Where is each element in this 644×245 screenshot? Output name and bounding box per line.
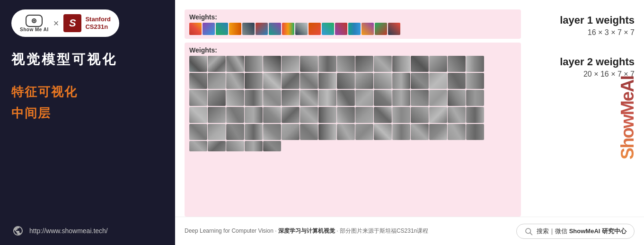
section-title-middle: 中间层 (11, 105, 164, 122)
wg-5-11 (374, 124, 392, 140)
showmeai-icon (26, 15, 43, 27)
weight-thumb-14 (362, 23, 374, 35)
wg-2-4 (245, 73, 263, 89)
weights-grid (189, 56, 516, 151)
wg-3-5 (263, 90, 281, 106)
wg-4-8 (318, 107, 336, 123)
section-title-features: 特征可视化 (11, 84, 164, 100)
wg-4-9 (337, 107, 355, 123)
weights-grid-row-5 (189, 124, 516, 140)
wg-6-3 (226, 141, 244, 151)
website-icon (11, 224, 25, 237)
search-icon (524, 227, 533, 236)
search-label-text: 搜索｜微信 (537, 228, 567, 235)
wg-3-11 (374, 90, 392, 106)
wg-1-16 (466, 56, 484, 72)
stanford-s-icon: S (63, 14, 81, 32)
wg-3-13 (411, 90, 429, 106)
wg-5-4 (245, 124, 263, 140)
weight-thumb-10 (309, 23, 321, 35)
showmeai-logo: Show Me AI (20, 15, 49, 32)
wg-5-7 (300, 124, 318, 140)
wg-1-13 (411, 56, 429, 72)
weights-label-1: Weights: (189, 13, 516, 21)
weight-thumb-4 (229, 23, 241, 35)
weight-thumb-12 (335, 23, 347, 35)
wg-1-7 (300, 56, 318, 72)
wg-3-6 (282, 90, 300, 106)
wg-1-4 (245, 56, 263, 72)
wg-2-9 (337, 73, 355, 89)
weights-grid-row-6 (189, 141, 516, 151)
wg-4-16 (466, 107, 484, 123)
wg-2-12 (392, 73, 410, 89)
wg-2-8 (318, 73, 336, 89)
wg-1-5 (263, 56, 281, 72)
layer1-weights-block: Weights: (185, 9, 521, 39)
wg-3-15 (448, 90, 466, 106)
wg-5-10 (355, 124, 373, 140)
website-url: http://www.showmeai.tech/ (29, 227, 108, 235)
wg-3-7 (300, 90, 318, 106)
wg-1-11 (374, 56, 392, 72)
wg-1-8 (318, 56, 336, 72)
search-brand-text: ShowMeAI 研究中心 (567, 228, 626, 235)
wg-2-7 (300, 73, 318, 89)
search-box[interactable]: 搜索｜微信 ShowMeAI 研究中心 (516, 224, 635, 239)
wg-6-4 (245, 141, 263, 151)
wg-4-13 (411, 107, 429, 123)
weight-thumb-11 (322, 23, 334, 35)
footer-text-plain: Deep Learning for Computer Vision · (185, 228, 278, 234)
search-svg (524, 227, 533, 236)
watermark-text: ShowMeAI (618, 76, 638, 159)
wg-5-15 (448, 124, 466, 140)
wg-4-10 (355, 107, 373, 123)
wg-2-3 (226, 73, 244, 89)
weights-label-2: Weights: (189, 46, 516, 54)
globe-icon (12, 225, 24, 236)
wg-3-3 (226, 90, 244, 106)
wg-2-14 (429, 73, 447, 89)
wg-5-5 (263, 124, 281, 140)
footer-text-suffix: · 部分图片来源于斯坦福CS231n课程 (335, 228, 428, 234)
wg-1-1 (189, 56, 207, 72)
weight-thumb-7 (269, 23, 281, 35)
wg-5-3 (226, 124, 244, 140)
logo-separator: × (53, 18, 59, 29)
weights-grid-row-1 (189, 56, 516, 72)
wg-4-7 (300, 107, 318, 123)
wg-3-4 (245, 90, 263, 106)
showmeai-icon-inner (32, 18, 36, 23)
weight-thumb-1 (189, 23, 202, 35)
stanford-logo: S Stanford CS231n (63, 14, 110, 32)
svg-line-1 (530, 233, 532, 235)
wg-4-2 (208, 107, 226, 123)
wg-3-8 (318, 90, 336, 106)
wg-6-5 (263, 141, 281, 151)
wg-2-13 (411, 73, 429, 89)
wg-1-10 (355, 56, 373, 72)
wg-3-10 (355, 90, 373, 106)
wg-5-6 (282, 124, 300, 140)
wg-3-12 (392, 90, 410, 106)
wg-3-9 (337, 90, 355, 106)
wg-5-14 (429, 124, 447, 140)
wg-6-1 (189, 141, 207, 151)
weight-thumb-16 (388, 23, 400, 35)
stanford-name: Stanford (85, 16, 110, 23)
wg-5-13 (411, 124, 429, 140)
wg-2-11 (374, 73, 392, 89)
wg-3-16 (466, 90, 484, 106)
weights-grid-row-4 (189, 107, 516, 123)
wg-4-14 (429, 107, 447, 123)
wg-5-16 (466, 124, 484, 140)
wg-4-4 (245, 107, 263, 123)
wg-2-1 (189, 73, 207, 89)
weight-thumb-9 (295, 23, 308, 35)
weight-thumb-5 (242, 23, 255, 35)
wg-2-15 (448, 73, 466, 89)
wg-1-3 (226, 56, 244, 72)
weights-grid-row-2 (189, 73, 516, 89)
wg-4-6 (282, 107, 300, 123)
wg-3-1 (189, 90, 207, 106)
